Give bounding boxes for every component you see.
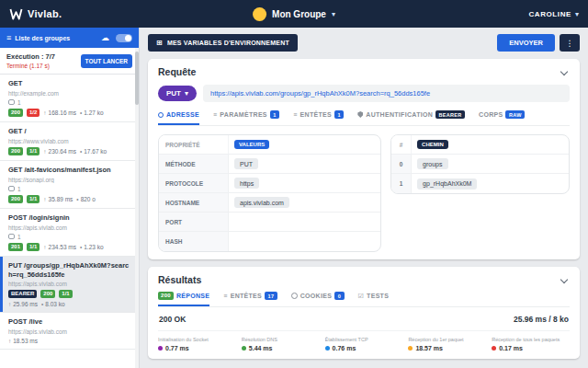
timeline-value: 0.17 ms: [499, 345, 523, 351]
request-size: 1.23 ko: [84, 244, 103, 250]
collapse-chevron-icon[interactable]: [560, 276, 568, 283]
execution-summary: Exécution : 7/7 Terminé (1.17 s) TOUT LA…: [0, 48, 139, 75]
timeline-metric: Établissement TCP 0.76 ms: [325, 337, 403, 351]
user-menu[interactable]: CAROLINE ▾: [528, 10, 579, 18]
comment-count: 1: [17, 186, 21, 192]
comment-count: 1: [17, 99, 21, 106]
request-time: 234.53 ms: [49, 244, 76, 250]
sidebar-scrollbar: [135, 48, 139, 368]
run-all-button[interactable]: TOUT LANCER: [81, 54, 132, 68]
request-list-item[interactable]: POST /login/signin https://apis.vivlab.c…: [0, 209, 139, 257]
request-list-item[interactable]: GET /alt-favicons/manifest.json https://…: [0, 161, 139, 209]
request-path: /alt-favicons/manifest.json: [25, 166, 111, 174]
request-list: GET http://example.com 1 200 1/2 ↑168.16…: [0, 75, 139, 368]
timeline-value: 18.57 ms: [415, 345, 443, 351]
group-name: Mon Groupe: [272, 9, 326, 19]
table-row: PROTOCOLE https: [159, 174, 380, 193]
tab-parameters[interactable]: ≡ PARAMÈTRES 1: [213, 110, 279, 125]
request-card: Requête PUT ▾ https://apis.vivlab.com/gr…: [148, 59, 580, 259]
timeline-metric: Réception de tous les paquets 0.17 ms: [492, 337, 570, 351]
column-header-property: PROPRIÉTÉ: [159, 135, 229, 154]
tests-badge: 1/1: [27, 195, 40, 203]
tab-headers[interactable]: ≡ ENTÊTES 1: [293, 110, 344, 125]
property-value[interactable]: https: [234, 178, 259, 189]
grid-icon: ⊞: [156, 39, 163, 47]
metric-dot: [492, 346, 496, 351]
send-button[interactable]: ENVOYER: [497, 34, 555, 52]
property-value-empty[interactable]: [229, 213, 380, 231]
tests-icon: ☑: [358, 293, 365, 300]
request-method: PUT: [8, 261, 22, 270]
property-value-empty[interactable]: [229, 232, 380, 251]
tests-badge: 1/1: [59, 290, 72, 298]
more-options-button[interactable]: ⋮: [560, 34, 580, 52]
request-list-item[interactable]: GET http://example.com 1 200 1/2 ↑168.16…: [0, 75, 139, 122]
column-header-index: #: [391, 135, 412, 154]
collapse-chevron-icon[interactable]: [560, 68, 568, 75]
request-path: /groups/gp_rHqbAhXk0M?search=rq_56dds165…: [8, 261, 129, 279]
table-row: HOSTNAME apis.vivlab.com: [159, 193, 380, 213]
request-host: http://example.com: [8, 90, 130, 97]
groups-list-label: Liste des groupes: [15, 35, 70, 41]
brand-logo[interactable]: Vivlab.: [9, 8, 62, 20]
method-selector[interactable]: PUT ▾: [158, 86, 197, 101]
request-time: 230.64 ms: [49, 148, 76, 155]
environment-variables-button[interactable]: ⊞ MES VARIABLES D'ENVIRONNEMENT: [148, 34, 298, 52]
tab-cookies[interactable]: COOKIES 0: [291, 292, 345, 306]
cloud-sync-icon[interactable]: ☁: [101, 33, 109, 42]
tests-badge: 1/1: [27, 243, 40, 251]
tab-response-headers[interactable]: ≡ ENTÊTES 17: [223, 292, 277, 306]
cookie-icon: [291, 293, 298, 299]
url-input[interactable]: https://apis.vivlab.com/groups/gp_rHqbAh…: [203, 85, 570, 102]
environment-variables-label: MES VARIABLES D'ENVIRONNEMENT: [167, 40, 289, 46]
property-label: PROTOCOLE: [159, 174, 229, 192]
parameters-count-badge: 1: [270, 110, 279, 119]
groups-list-header[interactable]: ≡ Liste des groupes ☁: [0, 28, 139, 48]
tab-response-headers-label: ENTÊTES: [231, 293, 262, 299]
request-list-item-selected[interactable]: PUT /groups/gp_rHqbAhXk0M?search=rq_56dd…: [0, 257, 139, 314]
chevron-down-icon: ▾: [185, 89, 188, 98]
tab-response[interactable]: 200 RÉPONSE: [158, 292, 209, 306]
address-properties-table: PROPRIÉTÉ VALEURS MÉTHODE PUT PROTOCOLE …: [158, 134, 381, 252]
request-host: https://apis.vivlab.com: [8, 224, 130, 231]
status-badge: 200: [8, 195, 23, 203]
segment-index: 1: [391, 174, 412, 193]
timeline-value: 5.44 ms: [249, 345, 273, 351]
address-icon: [158, 112, 164, 118]
tab-body-label: CORPS: [479, 111, 503, 118]
size-icon: •: [80, 244, 82, 250]
metric-dot: [242, 346, 246, 351]
request-host: https://apis.vivlab.com: [8, 281, 130, 287]
tab-headers-label: ENTÊTES: [300, 111, 332, 118]
toggle-knob: [125, 35, 131, 41]
duration-icon: ↑: [43, 148, 46, 155]
request-list-item[interactable]: POST /live https://apis.vivlab.com ↑18.5…: [0, 313, 139, 350]
group-selector[interactable]: Mon Groupe ▾: [253, 7, 335, 21]
tab-address[interactable]: ADRESSE: [158, 110, 199, 125]
status-badge: 201: [8, 243, 23, 251]
timeline-value: 0.76 ms: [333, 345, 356, 351]
property-value[interactable]: PUT: [234, 158, 258, 169]
timeline-metric: Initialisation du Socket 0.77 ms: [158, 337, 236, 351]
headers-count-badge: 1: [334, 110, 344, 119]
timeline-value: 0.77 ms: [165, 345, 189, 351]
comment-icon: [8, 99, 15, 105]
scrollbar-thumb[interactable]: [135, 52, 139, 105]
table-row: 1 gp_rHqbAhXk0M: [391, 174, 569, 193]
request-method: POST: [8, 213, 27, 222]
request-path: /: [25, 127, 27, 135]
tab-tests[interactable]: ☑ TESTS: [358, 292, 390, 306]
column-header-path: CHEMIN: [417, 140, 448, 149]
segment-value[interactable]: groups: [417, 158, 447, 169]
tab-authentication[interactable]: AUTHENTIFICATION BEARER: [357, 110, 465, 125]
sync-toggle[interactable]: [116, 34, 132, 42]
tab-body[interactable]: CORPS RAW: [479, 110, 525, 125]
size-icon: •: [80, 109, 82, 116]
list-icon: ≡: [293, 111, 297, 118]
table-row: PORT: [159, 213, 380, 232]
tab-authentication-label: AUTHENTIFICATION: [366, 111, 433, 118]
property-value[interactable]: apis.vivlab.com: [234, 197, 289, 208]
segment-value[interactable]: gp_rHqbAhXk0M: [417, 178, 477, 190]
top-bar: Vivlab. Mon Groupe ▾ CAROLINE ▾: [0, 0, 588, 28]
request-list-item[interactable]: GET / https://www.vivlab.com 200 1/1 ↑23…: [0, 122, 139, 161]
